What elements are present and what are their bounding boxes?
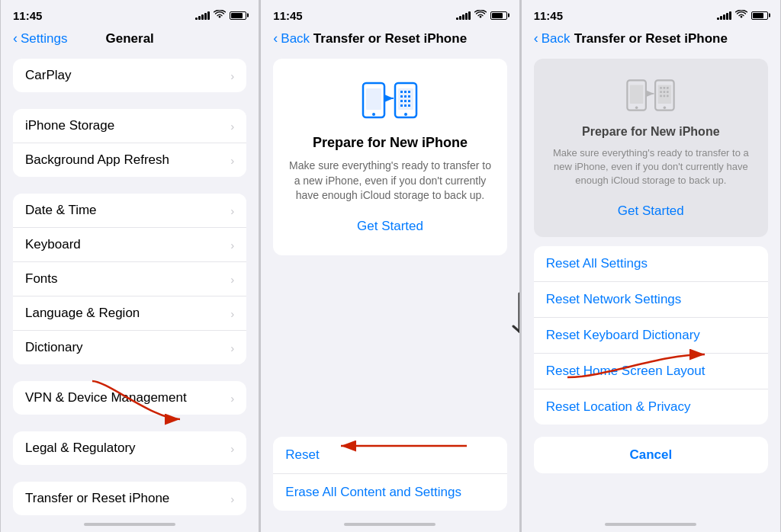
svg-rect-7 <box>400 91 403 93</box>
svg-rect-31 <box>664 87 666 89</box>
svg-rect-16 <box>400 104 403 107</box>
prepare-title: Prepare for New iPhone <box>313 135 468 151</box>
reset-all-settings-item[interactable]: Reset All Settings <box>534 246 768 282</box>
erase-all-item[interactable]: Erase All Content and Settings <box>273 474 506 511</box>
back-label-3: Back <box>542 31 570 46</box>
phone-transfer-icon <box>359 77 420 123</box>
reset-home-screen-layout-item[interactable]: Reset Home Screen Layout <box>534 354 768 389</box>
status-icons-3 <box>717 10 768 21</box>
svg-rect-32 <box>667 87 669 89</box>
nav-bar-3: ‹ Back Transfer or Reset iPhone <box>522 27 780 53</box>
phone-transfer-icon-dimmed <box>624 74 677 116</box>
reset-section: Reset Erase All Content and Settings <box>273 437 506 511</box>
svg-rect-34 <box>664 91 666 93</box>
svg-rect-38 <box>667 95 669 97</box>
transfer-reset-item[interactable]: Transfer or Reset iPhone › <box>13 482 246 515</box>
back-button-2[interactable]: ‹ Back <box>273 30 310 46</box>
signal-icon-2 <box>456 11 471 20</box>
wifi-icon-2 <box>474 10 487 21</box>
settings-group-storage: iPhone Storage › Background App Refresh … <box>13 109 246 177</box>
settings-group-keyboard: Date & Time › Keyboard › Fonts › Languag… <box>13 194 246 364</box>
reset-network-settings-item[interactable]: Reset Network Settings <box>534 282 768 318</box>
home-indicator-3 <box>522 517 780 532</box>
list-item[interactable]: VPN & Device Management › <box>13 381 246 415</box>
chevron-left-icon-2: ‹ <box>273 30 278 46</box>
home-indicator-2 <box>261 517 519 532</box>
page-title-1: General <box>106 31 154 46</box>
time-3: 11:45 <box>534 9 563 22</box>
svg-rect-10 <box>400 95 403 98</box>
svg-line-23 <box>519 326 520 332</box>
svg-rect-36 <box>660 95 663 97</box>
get-started-button[interactable]: Get Started <box>357 216 423 237</box>
cancel-button[interactable]: Cancel <box>534 437 768 473</box>
get-started-button-dimmed[interactable]: Get Started <box>618 200 684 222</box>
page-title-3: Transfer or Reset iPhone <box>574 31 728 46</box>
battery-icon-3 <box>751 11 768 20</box>
chevron-left-icon-3: ‹ <box>534 30 538 46</box>
svg-rect-15 <box>408 100 410 102</box>
settings-list-1: CarPlay › iPhone Storage › Background Ap… <box>1 53 259 517</box>
prepare-title-dimmed: Prepare for New iPhone <box>582 125 720 139</box>
back-label-1: Settings <box>21 31 67 46</box>
svg-rect-2 <box>366 88 381 110</box>
page-title-2: Transfer or Reset iPhone <box>313 31 467 46</box>
reset-location-privacy-item[interactable]: Reset Location & Privacy <box>534 389 768 425</box>
signal-icon-1 <box>195 11 210 20</box>
svg-rect-17 <box>404 104 407 107</box>
prepare-desc: Make sure everything's ready to transfer… <box>285 159 494 204</box>
svg-point-29 <box>664 106 667 109</box>
cancel-section: Cancel <box>534 437 768 473</box>
list-item[interactable]: Keyboard › <box>13 228 246 262</box>
svg-rect-13 <box>400 100 403 102</box>
prepare-card: Prepare for New iPhone Make sure everyth… <box>273 59 506 255</box>
svg-rect-25 <box>630 85 644 104</box>
prepare-desc-dimmed: Make sure everything's ready to transfer… <box>546 146 756 188</box>
diagonal-arrow <box>506 290 520 335</box>
list-item[interactable]: CarPlay › <box>13 59 246 92</box>
status-icons-1 <box>195 10 246 21</box>
nav-bar-1: ‹ Settings General <box>1 27 259 53</box>
svg-rect-37 <box>664 95 666 97</box>
svg-point-26 <box>635 106 638 109</box>
prepare-card-dimmed: Prepare for New iPhone Make sure everyth… <box>534 59 768 237</box>
svg-rect-35 <box>667 91 669 93</box>
reset-options-list: Reset All Settings Reset Network Setting… <box>534 246 768 425</box>
nav-bar-2: ‹ Back Transfer or Reset iPhone <box>261 27 519 53</box>
list-item[interactable]: Dictionary › <box>13 331 246 364</box>
status-bar-1: 11:45 <box>1 0 259 27</box>
battery-icon-2 <box>490 11 507 20</box>
reset-item[interactable]: Reset <box>273 437 506 474</box>
svg-rect-12 <box>408 95 410 98</box>
status-bar-3: 11:45 <box>522 0 780 27</box>
chevron-left-icon-1: ‹ <box>13 30 18 46</box>
back-button-3[interactable]: ‹ Back <box>534 30 570 46</box>
svg-rect-30 <box>660 87 663 89</box>
settings-group-transfer: Transfer or Reset iPhone › <box>13 482 246 515</box>
list-item[interactable]: Legal & Regulatory › <box>13 431 246 465</box>
svg-rect-8 <box>404 91 407 93</box>
svg-rect-33 <box>660 91 663 93</box>
home-indicator-1 <box>1 517 259 532</box>
back-button-1[interactable]: ‹ Settings <box>13 30 67 46</box>
reset-keyboard-dictionary-item[interactable]: Reset Keyboard Dictionary <box>534 318 768 354</box>
battery-icon-1 <box>230 11 246 20</box>
phone3-content: Prepare for New iPhone Make sure everyth… <box>522 53 780 517</box>
list-item[interactable]: Background App Refresh › <box>13 143 246 177</box>
list-item[interactable]: Fonts › <box>13 262 246 296</box>
status-icons-2 <box>456 10 507 21</box>
list-item[interactable]: Language & Region › <box>13 296 246 331</box>
svg-rect-18 <box>408 104 410 107</box>
time-2: 11:45 <box>273 9 302 22</box>
list-item[interactable]: iPhone Storage › <box>13 109 246 143</box>
status-bar-2: 11:45 <box>261 0 519 27</box>
settings-group-legal: Legal & Regulatory › <box>13 431 246 465</box>
svg-point-6 <box>404 113 407 116</box>
signal-icon-3 <box>717 11 731 20</box>
wifi-icon-3 <box>735 10 747 21</box>
back-label-2: Back <box>281 31 310 46</box>
phone-2: 11:45 ‹ Back Transfer or Reset iPhone <box>260 0 519 532</box>
phone-3: 11:45 ‹ Back Transfer or Reset iPhone <box>521 0 781 532</box>
list-item[interactable]: Date & Time › <box>13 194 246 228</box>
phone-1: 11:45 ‹ Settings General <box>0 0 259 532</box>
